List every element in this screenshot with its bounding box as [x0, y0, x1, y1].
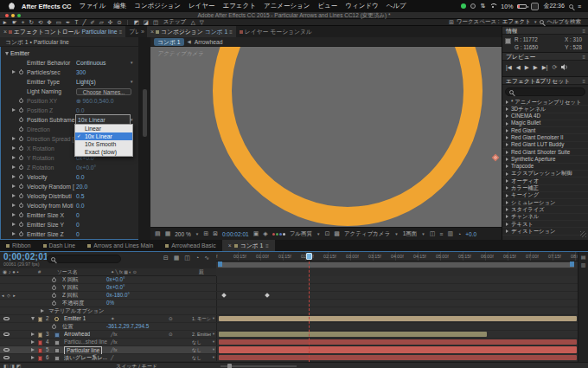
timeline-tab[interactable]: Arrows and Lines Main: [81, 240, 159, 251]
chevron-down-icon[interactable]: ▼: [212, 315, 215, 322]
twirl-closed-icon[interactable]: [12, 223, 16, 226]
updown-arrows-icon[interactable]: ⇅: [480, 3, 485, 10]
workspace-value[interactable]: エフェクト: [502, 18, 531, 26]
tab-layer-viewer[interactable]: レイヤー モーションヌル: [236, 26, 316, 37]
apple-logo-icon[interactable]: [9, 3, 15, 10]
chevron-down-icon[interactable]: ▼: [212, 354, 215, 361]
stopwatch-icon[interactable]: [52, 325, 56, 329]
zoom-level[interactable]: 200 %: [175, 231, 190, 237]
effect-value[interactable]: 20.0: [76, 182, 87, 191]
gutter-icon[interactable]: ▤: [578, 254, 588, 260]
menu-clock[interactable]: 金22:36: [543, 2, 565, 10]
group-label[interactable]: マテリアルオプション: [48, 307, 104, 314]
close-icon[interactable]: ×: [150, 29, 154, 35]
twirl-closed-icon[interactable]: [506, 129, 508, 132]
viewer-icon[interactable]: ▤: [155, 230, 161, 237]
stopwatch-icon[interactable]: [19, 213, 23, 217]
layer-switches[interactable]: ╱fx: [111, 339, 118, 345]
twirl-closed-icon[interactable]: [506, 186, 508, 190]
twirl-closed-icon[interactable]: [506, 172, 508, 176]
transport-button[interactable]: ▶|: [542, 64, 548, 71]
effect-dropdown[interactable]: Light(s): [76, 77, 126, 87]
twirl-closed-icon[interactable]: [506, 158, 508, 161]
effects-search-input[interactable]: [505, 87, 585, 96]
popup-menu-item[interactable]: Exact (slow): [75, 148, 132, 156]
viewer-icon[interactable]: ⊡: [324, 230, 329, 237]
current-time-indicator[interactable]: [306, 253, 312, 260]
stopwatch-icon[interactable]: [52, 278, 56, 282]
twirl-closed-icon[interactable]: [506, 122, 508, 126]
breadcrumb-comp[interactable]: コンポ 1: [154, 38, 184, 46]
chevron-down-icon[interactable]: ▼: [394, 232, 398, 236]
label-color-chip[interactable]: [38, 356, 42, 361]
property-label[interactable]: Y 回転: [62, 284, 104, 291]
gutter-icon[interactable]: ▥: [578, 261, 588, 268]
layer-name[interactable]: Arrowhead: [64, 331, 90, 338]
view-layout-dropdown[interactable]: 1画面: [403, 230, 418, 238]
chevron-down-icon[interactable]: ▼: [212, 346, 215, 353]
transport-button[interactable]: ◀: [516, 64, 521, 71]
notification-center-icon[interactable]: ≡: [578, 3, 581, 10]
twirl-closed-icon[interactable]: [12, 137, 16, 140]
speaker-icon[interactable]: [561, 64, 568, 71]
keyframe-diamond[interactable]: [221, 293, 227, 298]
tool-icon[interactable]: ◩: [134, 19, 139, 26]
twirl-closed-icon[interactable]: [12, 165, 16, 169]
twirl-closed-icon[interactable]: [506, 229, 508, 233]
wifi-icon[interactable]: [489, 3, 496, 9]
twirl-closed-icon[interactable]: [506, 179, 508, 183]
menu-item[interactable]: ヘルプ: [387, 2, 406, 10]
transport-button[interactable]: ▶: [534, 64, 538, 71]
channel-icons[interactable]: [272, 233, 285, 236]
viewer-icon[interactable]: ◈: [263, 230, 267, 237]
chevron-down-icon[interactable]: ▼: [130, 77, 133, 87]
menu-item[interactable]: エフェクト: [222, 2, 255, 10]
tool-icon[interactable]: ✐: [90, 19, 94, 26]
parent-dropdown[interactable]: 1. モーション: [192, 315, 211, 322]
layer-duration-bar[interactable]: [219, 339, 577, 345]
property-label[interactable]: X 回転: [62, 276, 104, 283]
twirl-closed-icon[interactable]: [506, 107, 508, 111]
property-label[interactable]: 不透明度: [62, 300, 104, 307]
twirl-closed-icon[interactable]: [506, 201, 508, 204]
work-area-start-handle[interactable]: [218, 261, 222, 267]
stopwatch-icon[interactable]: [52, 301, 56, 306]
effect-value[interactable]: 0.0: [76, 201, 84, 210]
popup-menu-item[interactable]: Linear: [75, 125, 132, 132]
panel-menu-icon[interactable]: ≡: [582, 53, 585, 61]
timeline-tab[interactable]: Arrowhead Basic: [159, 240, 221, 251]
layer-switches[interactable]: ╱fx: [111, 346, 118, 353]
twirl-closed-icon[interactable]: [506, 151, 508, 154]
layer-name[interactable]: Emitter 1: [64, 315, 86, 322]
work-area-end-handle[interactable]: [570, 261, 574, 267]
source-name-column-header[interactable]: ソース名: [57, 268, 77, 276]
popup-menu-item[interactable]: 10x Linear✓: [75, 132, 132, 140]
twirl-closed-icon[interactable]: [12, 70, 16, 74]
stopwatch-icon[interactable]: [19, 203, 23, 208]
property-value[interactable]: 0x+0.0°: [106, 276, 125, 283]
tool-icon[interactable]: T: [74, 19, 78, 26]
chevron-down-icon[interactable]: ▼: [534, 20, 537, 24]
effect-value[interactable]: ⊕ 960.0,540.0: [76, 96, 114, 106]
property-value[interactable]: 0x-180.0°: [106, 292, 130, 299]
property-label[interactable]: Z 回転: [62, 292, 104, 299]
twirl-icon[interactable]: [31, 356, 35, 359]
keyframe-diamond[interactable]: [265, 293, 270, 298]
twirl-closed-icon[interactable]: [41, 309, 44, 313]
layer-switches[interactable]: ╱fx: [111, 331, 118, 338]
parent-dropdown[interactable]: なし: [192, 339, 211, 345]
choose-names-button[interactable]: Choose Names...: [76, 88, 131, 95]
stopwatch-icon[interactable]: [52, 294, 56, 298]
effect-value[interactable]: 0.5: [76, 191, 84, 201]
twirl-icon[interactable]: [31, 317, 35, 320]
panel-menu-icon[interactable]: ≡: [265, 243, 269, 249]
zoom-slider-handle[interactable]: [227, 364, 232, 368]
stopwatch-icon[interactable]: [19, 127, 23, 132]
input-source-icon[interactable]: [531, 3, 539, 10]
timeline-header-icon[interactable]: ◫: [184, 255, 190, 261]
layer-duration-bar[interactable]: [219, 332, 487, 337]
twirl-closed-icon[interactable]: [506, 165, 508, 168]
twirl-closed-icon[interactable]: [506, 114, 508, 118]
twirl-closed-icon[interactable]: [12, 184, 16, 188]
timeline-tab[interactable]: ×コンポ 1≡: [222, 240, 275, 251]
